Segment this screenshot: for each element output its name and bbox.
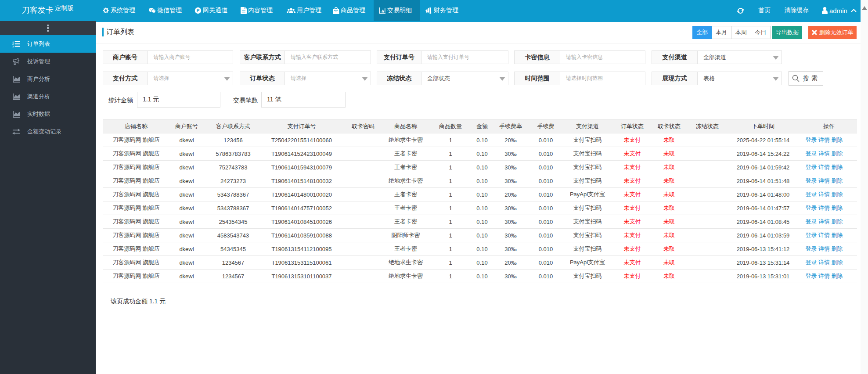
svg-text:3: 3 [12, 45, 14, 47]
